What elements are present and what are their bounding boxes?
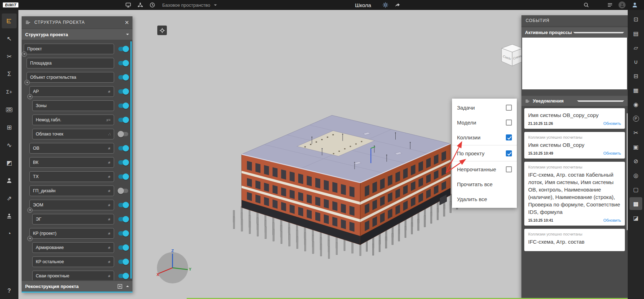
snap-button[interactable]: ∪: [629, 55, 642, 68]
tree-item-7[interactable]: ОВ∗: [29, 143, 114, 154]
section-plane-button[interactable]: ◪: [629, 211, 642, 224]
task-list-button[interactable]: [606, 1, 614, 9]
graphs-button[interactable]: ∿: [2, 138, 17, 153]
share-button[interactable]: [394, 1, 401, 9]
view-modes-button[interactable]: ▤: [629, 27, 642, 40]
expand-toggle-icon[interactable]: [22, 51, 27, 57]
tree-scrollbar[interactable]: [130, 41, 132, 279]
reconstruction-section[interactable]: Реконструкция проекта: [22, 281, 132, 292]
clip-button[interactable]: ✂: [629, 126, 642, 139]
menu-item-1[interactable]: Модели: [452, 115, 517, 130]
tree-item-0[interactable]: Проект: [24, 44, 114, 54]
visibility-toggle[interactable]: [118, 189, 128, 193]
project-structure-button[interactable]: [2, 13, 17, 28]
modules-button[interactable]: ⊞: [2, 120, 17, 135]
visibility-toggle[interactable]: [118, 146, 128, 150]
geo-position-button[interactable]: [2, 209, 17, 223]
notifications-menu-icon[interactable]: [525, 99, 530, 104]
plans-button[interactable]: P: [629, 112, 642, 125]
clip-box-button[interactable]: ▩: [629, 197, 642, 210]
notifications-header[interactable]: Уведомления: [521, 96, 628, 106]
active-processes-header[interactable]: Активные процессы: [521, 27, 628, 38]
panel-menu-icon[interactable]: [25, 20, 31, 25]
visibility-toggle[interactable]: [118, 89, 128, 94]
tree-item-2[interactable]: Объект строительства: [27, 72, 114, 83]
settings-button[interactable]: [382, 1, 389, 9]
visibility-toggle[interactable]: [118, 160, 128, 165]
hide-object-button[interactable]: ⊘: [629, 155, 642, 167]
tree-item-15[interactable]: КР остальное∗: [32, 256, 114, 267]
visibility-toggle[interactable]: [118, 132, 128, 136]
update-link[interactable]: Обновить: [603, 151, 621, 155]
visibility-toggle[interactable]: [118, 61, 128, 65]
menu-item-2[interactable]: Коллизии: [452, 130, 517, 145]
tree-item-11[interactable]: ЭОМ∗: [29, 200, 114, 210]
visibility-toggle[interactable]: [118, 75, 128, 79]
tree-item-13[interactable]: КР (проект)∗: [29, 228, 114, 239]
checkbox[interactable]: [506, 150, 512, 156]
menu-item-6[interactable]: Удалить все: [452, 192, 517, 206]
export-button[interactable]: ⇗: [2, 191, 17, 206]
collaboration-button[interactable]: [137, 1, 144, 9]
tree-item-8[interactable]: ВК∗: [29, 157, 114, 168]
expand-toggle-icon[interactable]: [27, 236, 33, 241]
tree-item-16[interactable]: Сваи проектные∗: [32, 271, 114, 280]
menu-item-5[interactable]: Прочитать все: [452, 177, 517, 192]
app-logo[interactable]: BiMiT: [3, 2, 18, 7]
visibility-toggle[interactable]: [118, 217, 128, 221]
workspace-selector[interactable]: Базовое пространство: [162, 2, 217, 8]
tree-item-14[interactable]: Армирование∗: [32, 242, 114, 253]
help-button[interactable]: ?: [7, 288, 11, 294]
box-select-button[interactable]: ▣: [629, 140, 642, 153]
expand-toggle-icon[interactable]: [24, 80, 30, 85]
tree-item-5[interactable]: Немод.табл.x=: [32, 115, 114, 125]
measure-button[interactable]: ▱: [629, 41, 642, 54]
close-icon[interactable]: ×: [125, 19, 129, 26]
tree-item-3[interactable]: АР∗: [29, 86, 114, 97]
tree-item-9[interactable]: ТХ∗: [29, 171, 114, 182]
checkbox[interactable]: [506, 105, 512, 111]
menu-item-4[interactable]: Непрочитанные: [452, 162, 517, 177]
visibility-toggle[interactable]: [118, 231, 128, 236]
update-link[interactable]: Обновить: [603, 218, 621, 222]
sum-plus-button[interactable]: Σ+: [2, 84, 17, 99]
history-button[interactable]: [149, 1, 156, 9]
expand-toggle-icon[interactable]: [27, 207, 33, 213]
visibility-toggle[interactable]: [118, 203, 128, 207]
tree-item-1[interactable]: Площадка: [27, 58, 114, 68]
tree-item-6[interactable]: Облако точек∴: [32, 129, 114, 139]
menu-item-3[interactable]: По проекту: [452, 146, 517, 161]
spaces-button[interactable]: [125, 1, 132, 9]
visibility-toggle[interactable]: [118, 245, 128, 250]
search-button[interactable]: [583, 1, 590, 9]
visibility-toggle[interactable]: [118, 104, 128, 108]
tree-item-10[interactable]: ГП_дизайн∗: [29, 186, 114, 196]
clip-split-button[interactable]: ✂: [2, 49, 17, 64]
account-circle-button[interactable]: [618, 1, 626, 9]
tree-item-12[interactable]: ЭГ∗: [32, 214, 114, 225]
plugins-button[interactable]: ◩: [2, 155, 17, 170]
visibility-toggle[interactable]: [118, 175, 128, 179]
view-2d-button[interactable]: 2D: [2, 102, 17, 117]
point-button[interactable]: ◉: [629, 98, 642, 111]
visibility-toggle[interactable]: [118, 47, 128, 51]
menu-item-0[interactable]: Задачи: [452, 100, 517, 115]
show-hidden-button[interactable]: ◎: [629, 169, 642, 182]
focus-selection-button[interactable]: [157, 26, 167, 35]
select-cursor-button[interactable]: ↖: [2, 31, 17, 46]
visibility-toggle[interactable]: [118, 260, 128, 264]
sum-button[interactable]: Σ: [2, 67, 17, 82]
add-icon[interactable]: [117, 284, 123, 289]
selection-frame-button[interactable]: ▢: [629, 183, 642, 196]
grid-button[interactable]: ▦: [629, 84, 642, 96]
tree-item-4[interactable]: Зоны: [32, 100, 114, 111]
expand-toggle-icon[interactable]: [27, 94, 33, 99]
checkbox[interactable]: [506, 134, 512, 140]
journal-button[interactable]: ⊟: [629, 70, 642, 82]
update-link[interactable]: Обновить: [603, 121, 621, 126]
axis-gizmo[interactable]: Z X Y: [153, 248, 192, 286]
dashboard-button[interactable]: ◔: [2, 226, 17, 241]
visibility-toggle[interactable]: [118, 118, 128, 122]
checkbox[interactable]: [506, 120, 512, 126]
checkbox[interactable]: [506, 166, 512, 172]
